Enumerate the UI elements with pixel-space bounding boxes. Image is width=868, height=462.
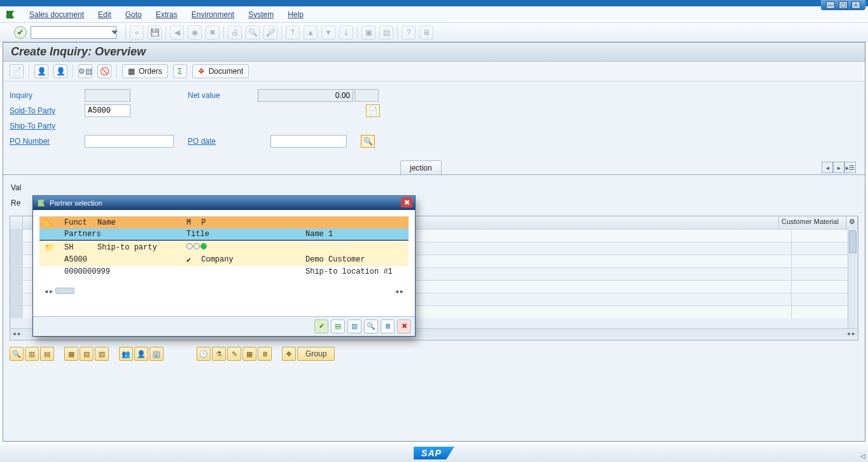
window-chrome: — ▢ ×	[0, 0, 868, 6]
help-button[interactable]: ?	[402, 25, 416, 39]
po-date-label[interactable]: PO date	[188, 137, 270, 146]
partner-button[interactable]: 👤	[53, 64, 67, 78]
window-controls[interactable]: — ▢ ×	[821, 0, 865, 10]
sold-to-field[interactable]	[85, 104, 130, 117]
grid-settings-icon[interactable]: ⚙	[846, 216, 858, 229]
nav-cancel-button[interactable]: ✖	[206, 25, 220, 39]
footer-group-2: ▦ ▧ ▨	[64, 347, 109, 361]
window-min-button[interactable]: —	[826, 1, 835, 9]
fb-deselect[interactable]: ▤	[40, 347, 54, 361]
po-scan-icon[interactable]: 🔍	[361, 135, 375, 148]
ship-to-label[interactable]: Ship-To Party	[10, 122, 85, 130]
find-next-button[interactable]: 🔎	[263, 25, 277, 39]
sum-button[interactable]: Σ	[173, 64, 187, 78]
fb-p1[interactable]: 👥	[119, 347, 133, 361]
menu-sales-document[interactable]: Sales document	[29, 10, 84, 19]
fb-cfg2[interactable]: ▧	[80, 347, 94, 361]
dlg-scroll-left-icon[interactable]: ◂ ▸	[45, 288, 53, 295]
dialog-titlebar[interactable]: Partner selection ✖	[33, 196, 415, 210]
header-details-button[interactable]: 👤	[34, 64, 48, 78]
fb-group-button[interactable]: Group	[297, 347, 335, 361]
dialog-select-button[interactable]: ▤	[331, 319, 345, 333]
net-value-label: Net value	[188, 91, 258, 100]
partner-row-sh[interactable]: 📁 SH Ship-to party	[39, 242, 409, 254]
fb-cfg1[interactable]: ▦	[64, 347, 78, 361]
nav-exit-button[interactable]: ◉	[188, 25, 202, 39]
statusbar-resize-icon[interactable]: ◁	[860, 452, 865, 459]
po-number-field[interactable]	[85, 135, 174, 148]
display-doc-button[interactable]: 📄	[10, 64, 24, 78]
inquiry-field[interactable]	[85, 89, 130, 102]
reject-button[interactable]: 🚫	[97, 64, 111, 78]
menu-bar: Sales document Edit Goto Extras Environm…	[0, 6, 868, 23]
partner-table[interactable]: 📐 Funct Name M P Partners Title Name 1 📁	[39, 216, 409, 277]
partner-row-a5000[interactable]: A5000 ✔ Company Demo Customer	[39, 254, 409, 266]
note-icon[interactable]: 📄	[366, 104, 380, 117]
dialog-hscroll[interactable]: ◂ ▸ ◂ ▸	[39, 286, 409, 296]
tab-rejection[interactable]: jection	[400, 160, 442, 174]
tb-sep	[73, 65, 73, 78]
command-field-dropdown-icon[interactable]	[111, 31, 118, 34]
gh-customer-material[interactable]: Customer Material	[779, 216, 846, 229]
menu-extras[interactable]: Extras	[156, 10, 178, 19]
dialog-ok-button[interactable]: ✔	[314, 319, 328, 333]
shortcut-button[interactable]: ▤	[379, 25, 393, 39]
prev-page-button[interactable]: ▲	[304, 25, 318, 39]
print-button[interactable]: 🖨	[228, 25, 242, 39]
menu-goto[interactable]: Goto	[125, 10, 142, 19]
find-button[interactable]: 🔍	[246, 25, 260, 39]
enter-button[interactable]: ✔	[14, 26, 27, 39]
fb-select-all[interactable]: ▥	[25, 347, 39, 361]
config-button[interactable]: ⚙▤	[78, 64, 92, 78]
fb-p2[interactable]: 👤	[134, 347, 148, 361]
fb-group-icon[interactable]: ❖	[282, 347, 296, 361]
new-session-button[interactable]: ▣	[361, 25, 375, 39]
fb-cfg3[interactable]: ▨	[95, 347, 109, 361]
partner-selection-dialog: Partner selection ✖ 📐 Funct Name M P Par…	[32, 195, 416, 337]
partner-row-0000000999[interactable]: 0000000999 Ship-to location #1	[39, 266, 409, 277]
po-number-label[interactable]: PO Number	[10, 137, 85, 146]
fb-p3[interactable]: 🏢	[150, 347, 164, 361]
gh-sel[interactable]	[10, 216, 23, 229]
menu-system[interactable]: System	[248, 10, 274, 19]
tab-right-button[interactable]: ▸	[833, 162, 844, 173]
sap-menu-icon[interactable]	[5, 10, 15, 20]
document-button[interactable]: ❖ Document	[192, 64, 249, 78]
next-page-button[interactable]: ▼	[321, 25, 335, 39]
fb-text[interactable]: ✎	[227, 347, 241, 361]
dialog-details-button[interactable]: ≣	[381, 319, 395, 333]
sold-to-label[interactable]: Sold-To Party	[10, 106, 85, 115]
window-close-button[interactable]: ×	[851, 1, 860, 9]
fb-sort[interactable]: ≣	[258, 347, 272, 361]
menu-edit[interactable]: Edit	[98, 10, 111, 19]
menu-environment[interactable]: Environment	[192, 10, 234, 19]
first-page-button[interactable]: ⤒	[286, 25, 300, 39]
po-date-field[interactable]	[270, 135, 347, 148]
dialog-close-button[interactable]: ✖	[401, 197, 412, 207]
tab-left-button[interactable]: ◂	[822, 162, 833, 173]
grid-scroll-left-icon[interactable]: ◂ ▸	[13, 330, 21, 337]
tab-list-button[interactable]: ▸☰	[844, 162, 856, 173]
fb-data[interactable]: ▦	[242, 347, 256, 361]
dialog-cancel-button[interactable]: ✖	[397, 319, 411, 333]
dialog-find-button[interactable]: 🔍	[364, 319, 378, 333]
fb-time[interactable]: 🕒	[197, 347, 211, 361]
command-field[interactable]	[31, 26, 116, 39]
sort-icon[interactable]: 📐	[39, 216, 59, 228]
window-restore-button[interactable]: ▢	[839, 1, 848, 9]
orders-button[interactable]: ▦ Orders	[122, 64, 168, 78]
menu-help[interactable]: Help	[288, 10, 304, 19]
back-button[interactable]: «	[130, 25, 144, 39]
nav-back-button[interactable]: ◀	[170, 25, 184, 39]
save-button[interactable]: 💾	[148, 25, 162, 39]
fb-cond[interactable]: ⚗	[212, 347, 226, 361]
layout-button[interactable]: 🖥	[419, 25, 433, 39]
last-page-button[interactable]: ⤓	[339, 25, 353, 39]
dlg-scroll-right-icon[interactable]: ◂ ▸	[395, 288, 403, 295]
dlg-hscroll-thumb[interactable]	[55, 288, 74, 294]
fb-search[interactable]: 🔍	[10, 347, 24, 361]
grid-vscroll[interactable]	[848, 229, 858, 328]
dialog-deselect-button[interactable]: ▥	[347, 319, 361, 333]
partner-table-head2: Partners Title Name 1	[39, 228, 409, 241]
grid-scroll-right-icon[interactable]: ◂ ▸	[847, 330, 855, 337]
